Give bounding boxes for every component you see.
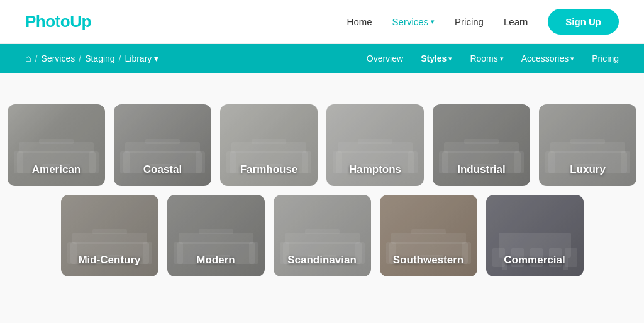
style-label-coastal: Coastal bbox=[114, 163, 211, 176]
signup-button[interactable]: Sign Up bbox=[548, 9, 619, 35]
svg-rect-50 bbox=[305, 229, 340, 234]
svg-rect-26 bbox=[464, 139, 499, 144]
svg-rect-31 bbox=[550, 142, 625, 153]
style-label-farmhouse: Farmhouse bbox=[220, 163, 318, 176]
nav-services-dropdown[interactable]: Services ▾ bbox=[392, 16, 435, 27]
services-chevron-icon: ▾ bbox=[431, 18, 435, 26]
style-label-hamptons: Hamptons bbox=[326, 163, 424, 176]
subnav-styles-label: Styles bbox=[421, 53, 447, 63]
svg-rect-43 bbox=[179, 233, 253, 244]
subnav-accessories-label: Accessories bbox=[521, 53, 569, 63]
svg-rect-55 bbox=[391, 233, 466, 244]
subnav-pricing[interactable]: Pricing bbox=[592, 53, 619, 63]
style-card-american[interactable]: American bbox=[8, 104, 105, 186]
style-card-modern[interactable]: Modern bbox=[167, 195, 265, 276]
svg-rect-19 bbox=[338, 142, 413, 153]
breadcrumb-library-dropdown[interactable]: Library ▾ bbox=[125, 53, 159, 63]
svg-rect-25 bbox=[444, 142, 519, 153]
style-card-farmhouse[interactable]: Farmhouse bbox=[220, 104, 318, 186]
style-card-scandinavian[interactable]: Scandinavian bbox=[274, 195, 371, 276]
subnav-right-links: Overview Styles ▾ Rooms ▾ Accessories ▾ … bbox=[367, 53, 619, 63]
nav-home[interactable]: Home bbox=[347, 16, 372, 27]
style-label-scandinavian: Scandinavian bbox=[274, 254, 371, 266]
svg-rect-2 bbox=[39, 139, 74, 144]
separator-3: / bbox=[119, 53, 121, 63]
style-card-hamptons[interactable]: Hamptons bbox=[326, 104, 424, 186]
svg-rect-44 bbox=[199, 229, 233, 234]
style-card-industrial[interactable]: Industrial bbox=[433, 104, 530, 186]
svg-rect-13 bbox=[231, 142, 306, 153]
logo[interactable]: PhotoUp bbox=[25, 12, 91, 31]
subnav-accessories-dropdown[interactable]: Accessories ▾ bbox=[521, 53, 574, 63]
svg-rect-20 bbox=[358, 139, 392, 144]
svg-rect-14 bbox=[252, 139, 286, 144]
svg-rect-56 bbox=[411, 229, 446, 234]
subnav-overview[interactable]: Overview bbox=[367, 53, 403, 63]
styles-chevron-icon: ▾ bbox=[448, 55, 452, 63]
subnav-styles-dropdown[interactable]: Styles ▾ bbox=[421, 53, 452, 63]
main-nav: Home Services ▾ Pricing Learn Sign Up bbox=[347, 9, 619, 35]
svg-rect-1 bbox=[19, 142, 94, 153]
style-card-coastal[interactable]: Coastal bbox=[114, 104, 211, 186]
style-label-industrial: Industrial bbox=[433, 163, 530, 176]
style-card-luxury[interactable]: Luxury bbox=[539, 104, 636, 186]
svg-rect-37 bbox=[72, 233, 147, 244]
separator-1: / bbox=[35, 53, 38, 63]
subnav-rooms-dropdown[interactable]: Rooms ▾ bbox=[470, 53, 503, 63]
svg-rect-8 bbox=[145, 139, 180, 144]
accessories-chevron-icon: ▾ bbox=[570, 55, 574, 63]
breadcrumb: ⌂ / Services / Staging / Library ▾ bbox=[25, 53, 158, 64]
style-label-commercial: Commercial bbox=[486, 254, 584, 266]
nav-services-label: Services bbox=[392, 16, 429, 27]
logo-accent: Up bbox=[70, 12, 91, 31]
style-label-midcentury: Mid-Century bbox=[61, 254, 158, 266]
main-content: American Coastal Farmhouse bbox=[0, 73, 644, 323]
svg-rect-32 bbox=[570, 139, 605, 144]
nav-pricing[interactable]: Pricing bbox=[455, 16, 484, 27]
breadcrumb-services[interactable]: Services bbox=[42, 53, 75, 63]
logo-text: Photo bbox=[25, 12, 70, 31]
library-chevron-icon: ▾ bbox=[154, 53, 158, 63]
rooms-chevron-icon: ▾ bbox=[500, 55, 504, 63]
home-icon[interactable]: ⌂ bbox=[25, 53, 31, 64]
main-header: PhotoUp Home Services ▾ Pricing Learn Si… bbox=[0, 0, 644, 44]
nav-learn[interactable]: Learn bbox=[504, 16, 528, 27]
svg-rect-38 bbox=[92, 229, 127, 234]
breadcrumb-staging[interactable]: Staging bbox=[85, 53, 114, 63]
style-label-luxury: Luxury bbox=[539, 163, 636, 176]
styles-row-1: American Coastal Farmhouse bbox=[25, 104, 619, 186]
subnav-bar: ⌂ / Services / Staging / Library ▾ Overv… bbox=[0, 44, 644, 73]
svg-rect-49 bbox=[285, 233, 360, 244]
breadcrumb-library-label: Library bbox=[125, 53, 152, 63]
styles-row-2: Mid-Century Modern Scandinavian bbox=[25, 195, 619, 276]
style-card-southwestern[interactable]: Southwestern bbox=[380, 195, 477, 276]
style-card-midcentury[interactable]: Mid-Century bbox=[61, 195, 158, 276]
subnav-rooms-label: Rooms bbox=[470, 53, 497, 63]
style-card-commercial[interactable]: Commercial bbox=[486, 195, 584, 276]
separator-2: / bbox=[79, 53, 81, 63]
svg-rect-7 bbox=[125, 142, 200, 153]
style-label-american: American bbox=[8, 163, 105, 176]
style-label-modern: Modern bbox=[167, 254, 265, 266]
style-label-southwestern: Southwestern bbox=[380, 254, 477, 266]
